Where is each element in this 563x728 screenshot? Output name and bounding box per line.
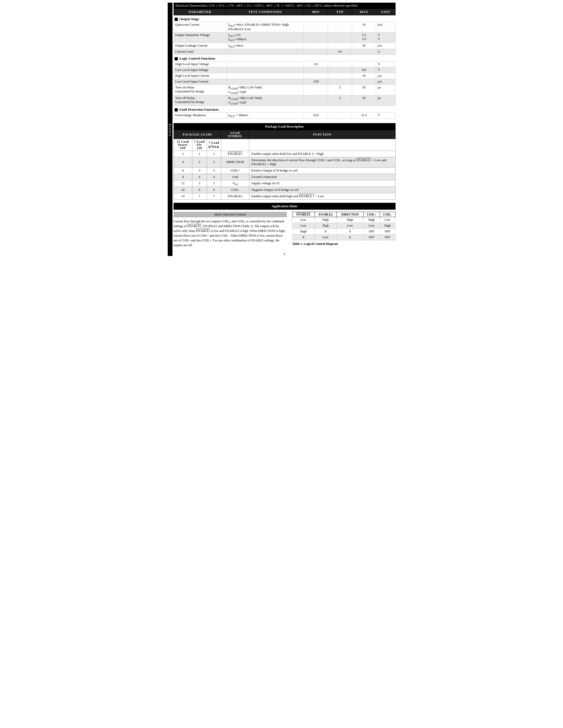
section-title: Fault Protection Functions [173,106,395,113]
logic-row: LowHighLowLowHigh [292,223,395,229]
app-body: Motor Direction Control Current flow thr… [173,212,396,248]
section-title: Output Stage [173,15,395,22]
cond-cell [226,61,304,67]
unit-cell: VV [376,32,395,43]
param-cell: Output Leakage Current [173,43,226,49]
typ-cell [328,43,352,49]
pkg-row: 6 3 3 COIL+ Positive Output of H bridge … [173,167,395,174]
unit-cell: μs [376,95,395,106]
max-cell: 50 [352,95,376,106]
param-cell: Quiescent Current [173,22,226,32]
package-lead-section: Package Lead Description PACKAGE LEAD# L… [173,123,396,200]
unit-cell: V [376,67,395,73]
logic-cell: X [337,235,364,240]
logic-cell: Low [292,217,315,223]
pkg-row: 4 2 2 DIRECTION Determines the direction… [173,157,395,167]
table-row: High Level Input Current 10 μA [173,73,395,79]
pkg-header-row: PACKAGE LEAD# LEAD SYMBOL FUNCTION [173,130,395,139]
unit-cell: μA [376,73,395,79]
logic-cell: OFF [380,229,395,235]
pkg-sip-cell: 6 [173,167,192,174]
pkg-row: 14 7 7 ENABLE2 Enables output when held … [173,193,395,200]
header-unit: UNIT [376,9,395,15]
table-row: High Level Input Voltage 2.0 V [173,61,395,67]
param-cell: Current Limit [173,49,226,55]
unit-cell: mA [376,22,395,32]
logic-cell: OFF [363,229,380,235]
logic-cell: OFF [363,235,380,240]
logic-row: XLowXOFFOFF [292,235,395,240]
header-parameter: PARAMETER [173,9,226,15]
logic-row: LowHighHighHighLow [292,217,395,223]
cond-cell: RLOAD=30Ω; Coil=5mH;CLOAD=15pF [226,95,304,106]
pkg-row: 2 1 1 ENABLE1 Enables output when held l… [173,151,395,157]
app-title: Application Hints [173,203,396,210]
pkg-func-cell: Determines the direction of current flow… [249,157,395,167]
application-hints-section: Application Hints Motor Direction Contro… [173,203,396,248]
unit-cell: μs [376,85,395,95]
cond-cell [226,49,304,55]
cond-cell: IOUT=0mA [226,43,304,49]
pkg-dpak-header: 7 LeadD2PAK [207,139,221,151]
pkg-to220-header: 7 LeadTO-220 [192,139,207,151]
motor-dir-title: Motor Direction Control [173,212,287,217]
param-cell: Overvoltage Shutdown [173,113,226,119]
cond-cell [226,67,304,73]
table-row: Overvoltage Shutdown IOUT = 500mA 18.0 2… [173,113,395,119]
pkg-func-cell: Positive Output of H bridge to coil [249,167,395,174]
pkg-row: 10 6 6 COIL- Negative Output of H bridge… [173,187,395,193]
pkg-dpak-cell: 1 [207,151,221,157]
pkg-sym-subheader [221,139,249,151]
typ-cell [328,22,352,32]
pkg-sip-cell: 2 [173,151,192,157]
section-header-row: Output Stage [173,15,395,22]
chip-label: CS3720 [168,3,172,256]
page-wrapper: CS3720 Electrical Characteristics: 5.5V … [168,3,396,256]
logic-cell: High [337,217,364,223]
param-cell: Output Saturation Voltage [173,32,226,43]
cond-cell: IOUT=0mA; ENABLE1=DIRECTION= High ENABLE… [226,22,304,32]
typ-cell: 5 [328,85,352,95]
typ-cell: 5 [328,95,352,106]
logic-cell: Low [363,223,380,229]
pkg-sip-cell: 10 [173,187,192,193]
min-cell [304,85,328,95]
param-cell: High Level Input Voltage [173,61,226,67]
logic-cell: X [315,229,337,235]
unit-cell: μA [376,79,395,85]
logic-cell: X [292,235,315,240]
table-row: Output Leakage Current IOUT=0mA 20 μA [173,43,395,49]
logic-cell: High [315,217,337,223]
max-cell: 21.5 [352,113,376,119]
logic-cell: High [292,229,315,235]
table-row: Output Saturation Voltage IOUT=2AIOUT=50… [173,32,395,43]
max-cell: 10 [352,22,376,32]
logic-th: ENABLE2 [315,212,337,217]
pkg-lead-header: PACKAGE LEAD# [173,130,221,139]
table-caption: Table 1. Logical Control Diagram [292,242,396,246]
param-cell: Low Level Input Voltage [173,67,226,73]
header-min: MIN [304,9,328,15]
logic-cell: Low [315,235,337,240]
table-row: Quiescent Current IOUT=0mA; ENABLE1=DIRE… [173,22,395,32]
pkg-to220-cell: 6 [192,187,207,193]
min-cell: 18.0 [304,113,328,119]
main-content: Electrical Characteristics: 5.5V ≤ VCC ≤… [173,3,396,256]
table-row: Turn off DelayGuaranteed by design RLOAD… [173,95,395,106]
pkg-subheader-row: 15 LeadPower SIP 7 LeadTO-220 7 LeadD2PA… [173,139,395,151]
pkg-sip-cell: 4 [173,157,192,167]
elec-characteristics-banner: Electrical Characteristics: 5.5V ≤ VCC ≤… [173,3,396,9]
pkg-to220-cell: 5 [192,180,207,187]
cond-cell [226,79,304,85]
pkg-symbol-cell: ENABLE1 [221,151,249,157]
pkg-symbol-cell: ENABLE2 [221,193,249,200]
app-right-panel: ENABLE1ENABLE2DIRECTIONCOIL+COIL- LowHig… [292,212,396,248]
unit-cell: V [376,61,395,67]
table-row: Low Level Input Current -250 μA [173,79,395,85]
typ-cell [328,32,352,43]
pkg-symbol-cell: Gnd [221,174,249,180]
pkg-row: 12 5 5 VSS Supply voltage for IC [173,180,395,187]
pkg-symbol-header: LEAD SYMBOL [221,130,249,139]
typ-cell [328,73,352,79]
min-cell [304,73,328,79]
